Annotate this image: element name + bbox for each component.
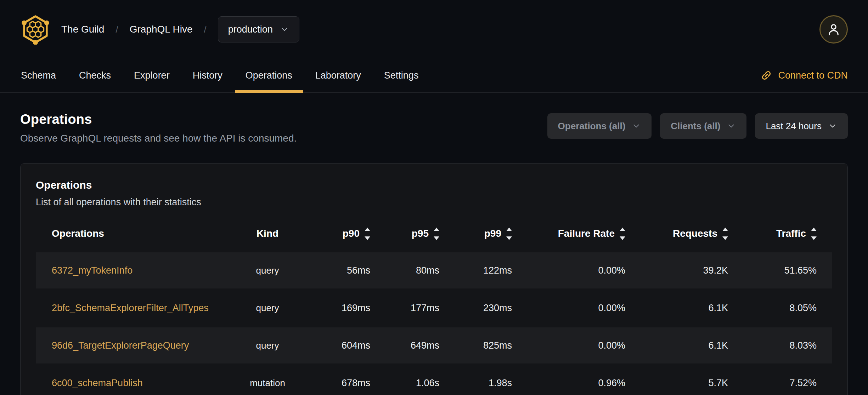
cell-p99: 230ms [439,290,512,326]
breadcrumb: The Guild / GraphQL Hive / production [61,16,299,42]
operations-table: Operations Kind p90 p95 p99 Failure Rate… [36,215,832,395]
hive-logo-icon[interactable] [20,14,51,45]
column-header-operations: Operations [36,216,227,251]
breadcrumb-separator: / [204,24,207,35]
column-header-kind: Kind [227,216,308,251]
card-subtitle: List of all operations with their statis… [21,197,847,208]
tab-explorer[interactable]: Explorer [123,59,180,92]
connect-to-cdn-label: Connect to CDN [778,70,848,81]
target-selector-dropdown[interactable]: production [218,16,299,42]
column-header-p99[interactable]: p99 [439,216,512,251]
column-header-p95[interactable]: p95 [370,216,439,251]
table-row: 6c00_schemaPublish mutation 678ms 1.06s … [36,365,832,395]
cell-p95: 1.06s [370,365,439,395]
sort-icon [722,228,728,240]
sort-icon [811,228,817,240]
cell-failure-rate: 0.00% [512,327,625,363]
user-menu-button[interactable] [819,15,848,44]
cell-traffic: 8.03% [728,327,832,363]
top-header: The Guild / GraphQL Hive / production [0,0,868,59]
tab-checks[interactable]: Checks [68,59,122,92]
column-header-requests[interactable]: Requests [625,216,728,251]
cell-requests: 5.7K [625,365,728,395]
cell-kind: mutation [227,365,308,395]
table-header-row: Operations Kind p90 p95 p99 Failure Rate… [36,216,832,251]
cell-kind: query [227,252,308,288]
page-title: Operations [20,112,297,127]
operations-card: Operations List of all operations with t… [20,163,848,395]
chevron-down-icon [280,25,289,34]
chevron-down-icon [727,121,736,131]
table-row: 2bfc_SchemaExplorerFilter_AllTypes query… [36,290,832,326]
target-selector-value: production [228,24,273,35]
cell-failure-rate: 0.00% [512,290,625,326]
sort-icon [365,228,370,240]
operations-filter-label: Operations (all) [558,121,626,132]
breadcrumb-org[interactable]: The Guild [61,24,104,35]
breadcrumb-separator: / [115,24,118,35]
cell-p99: 122ms [439,252,512,288]
operation-link[interactable]: 6c00_schemaPublish [52,378,143,388]
cell-failure-rate: 0.96% [512,365,625,395]
column-header-traffic[interactable]: Traffic [728,216,832,251]
chevron-down-icon [632,121,641,131]
cell-p95: 177ms [370,290,439,326]
column-header-failure-rate[interactable]: Failure Rate [512,216,625,251]
cell-p99: 1.98s [439,365,512,395]
operation-link[interactable]: 6372_myTokenInfo [52,265,133,276]
operation-link[interactable]: 2bfc_SchemaExplorerFilter_AllTypes [52,303,209,313]
cell-p95: 649ms [370,327,439,363]
cell-kind: query [227,290,308,326]
cell-requests: 6.1K [625,290,728,326]
tab-schema[interactable]: Schema [10,59,67,92]
cell-p90: 678ms [308,365,370,395]
chain-link-icon [758,67,775,84]
cell-requests: 6.1K [625,327,728,363]
cell-p95: 80ms [370,252,439,288]
filter-bar: Operations (all) Clients (all) Last 24 h… [547,113,848,139]
cell-traffic: 51.65% [728,252,832,288]
tab-settings[interactable]: Settings [373,59,429,92]
tab-laboratory[interactable]: Laboratory [305,59,372,92]
cell-p90: 604ms [308,327,370,363]
time-range-label: Last 24 hours [766,121,822,132]
table-row: 96d6_TargetExplorerPageQuery query 604ms… [36,327,832,363]
sort-icon [434,228,439,240]
sort-icon [620,228,625,240]
breadcrumb-project[interactable]: GraphQL Hive [130,24,193,35]
cell-kind: query [227,327,308,363]
user-icon [826,22,841,37]
cell-failure-rate: 0.00% [512,252,625,288]
app-root: The Guild / GraphQL Hive / production Sc… [0,0,868,395]
tab-operations[interactable]: Operations [235,59,303,92]
cell-p99: 825ms [439,327,512,363]
main-content: Operations Observe GraphQL requests and … [0,93,868,395]
clients-filter-label: Clients (all) [671,121,720,132]
main-nav: Schema Checks Explorer History Operation… [0,59,868,93]
time-range-dropdown[interactable]: Last 24 hours [755,113,848,139]
page-header: Operations Observe GraphQL requests and … [0,93,868,144]
tab-history[interactable]: History [182,59,233,92]
cell-requests: 39.2K [625,252,728,288]
operation-link[interactable]: 96d6_TargetExplorerPageQuery [52,340,189,351]
page-subtitle: Observe GraphQL requests and see how the… [20,133,297,144]
chevron-down-icon [828,121,837,131]
cell-traffic: 7.52% [728,365,832,395]
clients-filter-dropdown[interactable]: Clients (all) [660,113,746,139]
connect-to-cdn-link[interactable]: Connect to CDN [760,59,848,92]
table-row: 6372_myTokenInfo query 56ms 80ms 122ms 0… [36,252,832,288]
operations-filter-dropdown[interactable]: Operations (all) [547,113,652,139]
column-header-p90[interactable]: p90 [308,216,370,251]
cell-p90: 169ms [308,290,370,326]
cell-p90: 56ms [308,252,370,288]
card-title: Operations [21,179,847,191]
cell-traffic: 8.05% [728,290,832,326]
sort-icon [506,228,512,240]
